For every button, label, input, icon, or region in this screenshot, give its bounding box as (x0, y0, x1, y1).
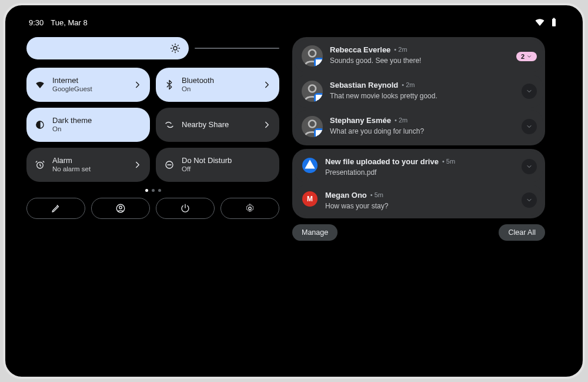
tile-sublabel: GoogleGuest (52, 85, 92, 93)
brightness-icon (170, 43, 181, 54)
notification-body: How was your stay? (325, 202, 388, 210)
wifi-icon (35, 79, 45, 90)
nearby-share-icon (164, 119, 175, 130)
status-time: 9:30 (29, 18, 44, 27)
notification-sender: Megan Ono (325, 191, 367, 200)
do-not-disturb-icon (164, 160, 175, 170)
tile-label: Internet (52, 77, 92, 85)
notification-body: That new movie looks pretty good. (330, 92, 437, 100)
tile-internet[interactable]: Internet GoogleGuest (26, 68, 150, 102)
tile-label: Nearby Share (182, 121, 229, 129)
tile-do-not-disturb[interactable]: Do Not Disturb Off (156, 148, 279, 182)
notification-group-other: New file uploaded to your drive • 5m Pre… (292, 149, 545, 218)
bluetooth-icon (164, 79, 175, 90)
notification-age: 5m (375, 191, 383, 198)
dark-theme-icon (35, 119, 45, 130)
edit-button[interactable] (26, 198, 85, 219)
svg-point-8 (249, 207, 252, 210)
quick-settings-panel: Internet GoogleGuest Bluetooth On (26, 37, 279, 241)
messages-app-icon (314, 58, 323, 67)
gmail-app-icon: M (302, 191, 318, 207)
notification-group-messages: Rebecca Everlee • 2m Sounds good. See yo… (292, 37, 545, 145)
power-button[interactable] (156, 198, 215, 219)
tile-dark-theme[interactable]: Dark theme On (26, 108, 150, 142)
expand-button[interactable] (522, 159, 537, 174)
notification-age: 2m (398, 46, 407, 53)
notification-item[interactable]: Rebecca Everlee • 2m Sounds good. See yo… (295, 39, 543, 72)
svg-point-11 (309, 121, 316, 128)
gear-icon (245, 203, 255, 214)
manage-button[interactable]: Manage (292, 224, 338, 241)
notification-body: Presentation.pdf (325, 168, 455, 177)
notification-sender: Rebecca Everlee (330, 45, 390, 55)
avatar (302, 81, 323, 102)
svg-point-10 (309, 85, 316, 92)
notification-age: 5m (446, 158, 455, 165)
wifi-icon (534, 17, 545, 28)
brightness-slider[interactable] (26, 37, 279, 59)
drive-app-icon (302, 157, 318, 174)
expand-button[interactable] (522, 192, 537, 208)
notification-age: 2m (406, 81, 415, 88)
avatar (302, 45, 323, 67)
avatar (302, 116, 323, 137)
power-icon (180, 203, 191, 214)
expand-button[interactable] (522, 84, 537, 99)
notification-item[interactable]: Stephany Esmée • 2m What are you doing f… (295, 110, 543, 143)
svg-point-2 (173, 46, 177, 50)
tile-alarm[interactable]: Alarm No alarm set (26, 148, 150, 182)
tile-sublabel: Off (182, 165, 232, 173)
pager-dot[interactable] (158, 189, 161, 192)
quick-settings-tiles: Internet GoogleGuest Bluetooth On (26, 68, 279, 182)
tile-label: Dark theme (52, 117, 92, 125)
tile-sublabel: On (52, 125, 92, 133)
chevron-right-icon (132, 79, 143, 90)
clear-all-button[interactable]: Clear All (499, 224, 545, 241)
pager-dots (26, 189, 279, 192)
chevron-right-icon (262, 119, 272, 130)
pager-dot[interactable] (145, 189, 148, 192)
notification-count-chip[interactable]: 2 (516, 52, 537, 61)
notification-sender: Stephany Esmée (330, 116, 391, 125)
tile-label: Alarm (52, 157, 91, 165)
tablet-frame: 9:30 Tue, Mar 8 (3, 3, 585, 379)
notification-title: New file uploaded to your drive (325, 157, 439, 167)
notification-item[interactable]: New file uploaded to your drive • 5m Pre… (295, 151, 543, 182)
settings-button[interactable] (220, 198, 279, 219)
chevron-right-icon (262, 79, 272, 90)
alarm-icon (35, 160, 45, 170)
tile-label: Do Not Disturb (182, 157, 232, 165)
notification-sender: Sebastian Reynold (330, 81, 398, 90)
notification-body: What are you doing for lunch? (330, 127, 424, 135)
tile-nearby-share[interactable]: Nearby Share (156, 108, 279, 142)
chevron-right-icon (132, 160, 143, 170)
tile-bluetooth[interactable]: Bluetooth On (156, 68, 279, 102)
footer-actions (26, 198, 279, 219)
messages-app-icon (314, 93, 323, 102)
expand-button[interactable] (522, 119, 537, 134)
tile-sublabel: No alarm set (52, 165, 91, 173)
notification-item[interactable]: Sebastian Reynold • 2m That new movie lo… (295, 75, 543, 108)
tile-label: Bluetooth (182, 77, 214, 85)
svg-point-9 (309, 50, 316, 57)
status-date: Tue, Mar 8 (51, 18, 87, 27)
user-icon (115, 203, 126, 214)
notification-panel: Rebecca Everlee • 2m Sounds good. See yo… (292, 37, 545, 241)
notification-item[interactable]: M Megan Ono • 5m How was your stay? (295, 185, 543, 216)
notification-age: 2m (399, 117, 407, 124)
messages-app-icon (314, 128, 323, 137)
svg-rect-1 (553, 18, 555, 19)
battery-icon (549, 17, 559, 28)
svg-rect-0 (552, 19, 556, 26)
pager-dot[interactable] (152, 189, 155, 192)
status-bar: 9:30 Tue, Mar 8 (26, 16, 562, 37)
tile-sublabel: On (182, 85, 214, 93)
user-button[interactable] (91, 198, 150, 219)
svg-point-7 (119, 206, 122, 209)
brightness-track-remainder (195, 48, 279, 49)
pencil-icon (51, 203, 61, 214)
notification-body: Sounds good. See you there! (330, 57, 421, 65)
